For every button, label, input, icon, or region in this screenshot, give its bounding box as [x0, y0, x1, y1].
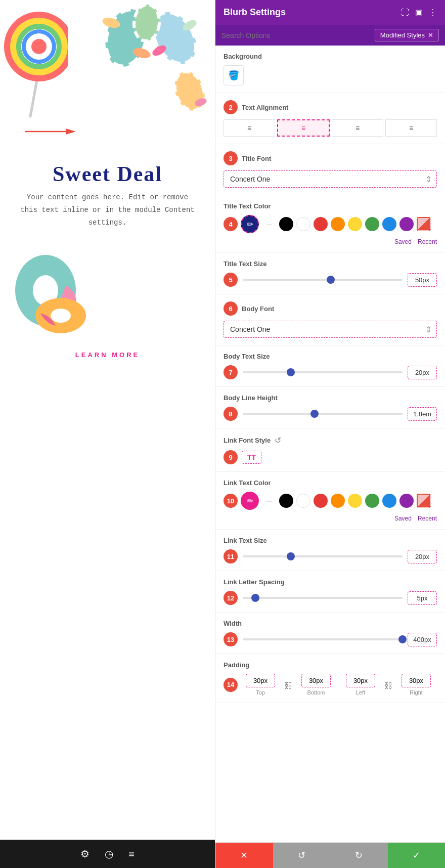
body-line-height-label: Body Line Height	[224, 394, 437, 402]
background-section: Background 🪣	[215, 46, 445, 93]
redo-button[interactable]: ↻	[330, 843, 388, 868]
color-black[interactable]	[279, 217, 293, 231]
link-ls-thumb[interactable]	[251, 594, 259, 602]
title-text-size-label: Title Text Size	[224, 260, 437, 268]
search-input[interactable]	[221, 31, 370, 39]
link-eyedropper[interactable]: ✏	[241, 492, 259, 510]
modified-styles-close-icon[interactable]: ✕	[428, 31, 433, 39]
body-lh-value[interactable]: 1.8em	[408, 407, 437, 421]
color-more-title[interactable]: ···	[262, 217, 276, 231]
align-justify-btn[interactable]: ≡	[385, 119, 437, 137]
badge-9: 9	[224, 450, 238, 464]
undo-button[interactable]: ↺	[273, 843, 331, 868]
badge-8: 8	[224, 407, 238, 421]
link-color-pencil[interactable]	[417, 494, 431, 508]
color-white[interactable]	[296, 217, 310, 231]
align-left-btn[interactable]: ≡	[224, 119, 275, 137]
link-color-white[interactable]	[296, 494, 310, 508]
clock-icon[interactable]: ◷	[105, 848, 113, 860]
tt-badge[interactable]: TT	[242, 451, 261, 464]
color-yellow[interactable]	[348, 217, 362, 231]
canvas-title-area: Sweet Deal Your content goes here. Edit …	[0, 152, 215, 230]
padding-left-right-link-icon[interactable]: ⛓	[384, 681, 392, 696]
saved-link[interactable]: Saved	[394, 238, 412, 245]
padding-top-input[interactable]: 30px	[246, 674, 275, 687]
link-color-blue[interactable]	[382, 494, 396, 508]
link-letter-spacing-label: Link Letter Spacing	[224, 578, 437, 586]
width-thumb[interactable]	[398, 635, 407, 643]
badge-12: 12	[224, 591, 238, 605]
body-size-value[interactable]: 20px	[408, 366, 437, 379]
title-font-wrapper: Concert One	[224, 170, 437, 188]
color-green[interactable]	[365, 217, 379, 231]
link-text-size-label: Link Text Size	[224, 537, 437, 544]
link-text-color-label: Link Text Color	[224, 479, 437, 487]
padding-right-input[interactable]: 30px	[402, 674, 431, 687]
title-text-color-section: Title Text Color 4 ✏ ···	[215, 195, 445, 253]
title-color-saved-recent: Saved Recent	[224, 238, 437, 245]
donut-section	[0, 235, 215, 346]
badge-7: 7	[224, 365, 238, 379]
width-section: Width 13 400px	[215, 613, 445, 654]
modified-styles-label: Modified Styles	[380, 31, 425, 39]
svg-point-21	[51, 309, 71, 323]
link-font-reset-icon[interactable]: ↺	[275, 436, 281, 445]
recent-link[interactable]: Recent	[418, 238, 437, 245]
cancel-button[interactable]: ✕	[215, 843, 273, 868]
donut-icon	[10, 245, 91, 336]
body-size-thumb[interactable]	[287, 368, 295, 376]
body-lh-thumb[interactable]	[310, 410, 319, 418]
badge-11: 11	[224, 549, 238, 563]
color-blue[interactable]	[382, 217, 396, 231]
link-font-style-label: Link Font Style	[224, 437, 271, 444]
body-font-label: Body Font	[242, 305, 274, 313]
padding-left-input[interactable]: 30px	[346, 674, 375, 687]
body-font-select[interactable]: Concert One	[224, 321, 437, 338]
padding-top-bottom-link-icon[interactable]: ⛓	[284, 681, 292, 696]
title-text-size-section: Title Text Size 5 50px	[215, 253, 445, 294]
body-lh-slider-row: 8 1.8em	[224, 407, 437, 421]
dots-icon[interactable]: ⋮	[429, 8, 437, 17]
width-value[interactable]: 400px	[408, 633, 437, 646]
title-color-palette: 4 ✏ ··· Saved Recent	[224, 215, 437, 245]
link-color-purple[interactable]	[399, 494, 414, 508]
color-orange[interactable]	[331, 217, 345, 231]
padding-bottom-item: 30px Bottom	[295, 674, 337, 696]
title-eyedropper[interactable]: ✏	[241, 215, 259, 233]
link-ls-slider-row: 12 5px	[224, 591, 437, 605]
color-red[interactable]	[314, 217, 328, 231]
bars-icon[interactable]: ≡	[128, 848, 135, 860]
align-center-btn[interactable]: ≡	[277, 119, 330, 137]
padding-bottom-input[interactable]: 30px	[301, 674, 331, 687]
body-line-height-section: Body Line Height 8 1.8em	[215, 387, 445, 428]
title-font-select[interactable]: Concert One	[224, 170, 437, 188]
svg-point-2	[31, 39, 47, 54]
panel-title: Blurb Settings	[224, 7, 286, 18]
expand-icon[interactable]: ⛶	[401, 8, 409, 17]
link-recent-link[interactable]: Recent	[418, 515, 437, 522]
link-color-green[interactable]	[365, 494, 379, 508]
background-icon-box[interactable]: 🪣	[224, 65, 244, 85]
gear-icon[interactable]: ⚙	[80, 848, 90, 860]
title-size-value[interactable]: 50px	[408, 273, 437, 287]
search-bar: Modified Styles ✕	[215, 25, 445, 46]
color-more-link[interactable]: ···	[262, 494, 276, 508]
link-size-thumb[interactable]	[287, 552, 295, 560]
learn-more[interactable]: LEARN MORE	[0, 346, 215, 364]
link-color-black[interactable]	[279, 494, 293, 508]
color-purple[interactable]	[399, 217, 414, 231]
padding-left-item: 30px Left	[340, 674, 381, 696]
save-button[interactable]: ✓	[388, 843, 446, 868]
illustration-container	[0, 0, 215, 157]
link-saved-link[interactable]: Saved	[394, 515, 412, 522]
align-right-btn[interactable]: ≡	[332, 119, 383, 137]
link-color-red[interactable]	[314, 494, 328, 508]
title-size-thumb[interactable]	[327, 276, 335, 284]
link-color-yellow[interactable]	[348, 494, 362, 508]
link-ls-value[interactable]: 5px	[408, 591, 437, 605]
color-pencil[interactable]	[417, 217, 431, 231]
link-size-value[interactable]: 20px	[408, 550, 437, 563]
modified-styles-badge[interactable]: Modified Styles ✕	[375, 29, 439, 41]
columns-icon[interactable]: ▣	[415, 8, 423, 17]
link-color-orange[interactable]	[331, 494, 345, 508]
